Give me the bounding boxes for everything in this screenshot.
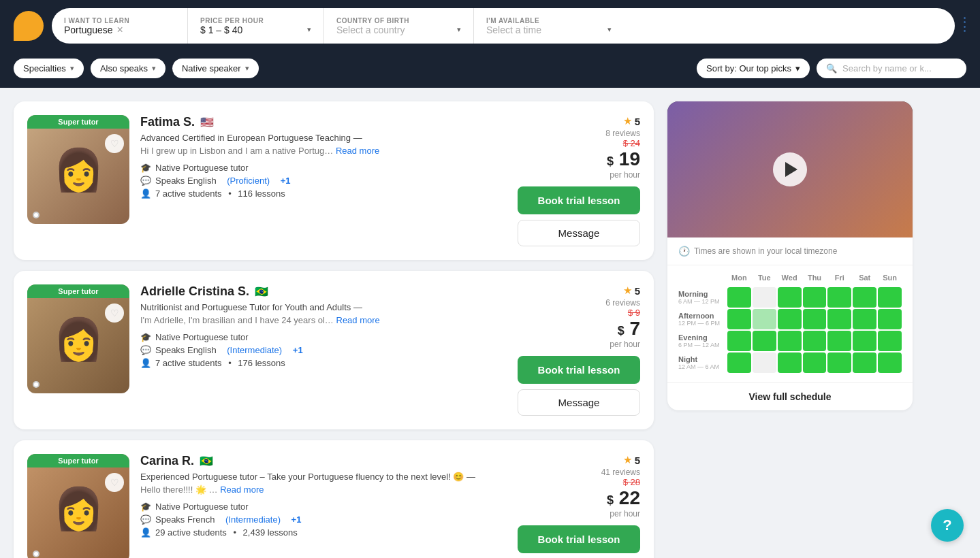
afternoon-label: Afternoon 12 PM — 6 PM (678, 309, 726, 329)
sched-cell[interactable] (878, 352, 902, 373)
sched-cell[interactable] (727, 287, 751, 308)
book-trial-btn[interactable]: Book trial lesson (518, 356, 640, 384)
clear-learn-btn[interactable]: × (117, 24, 123, 35)
sched-cell[interactable] (803, 309, 827, 329)
sched-cell[interactable] (803, 352, 827, 373)
star-icon: ★ (623, 284, 632, 297)
tutor-list: 👩 Super tutor ♡ Fatima S. 🇺🇸 Advanced Ce… (14, 101, 654, 558)
search-pill[interactable]: 🔍 Search by name or k... (817, 59, 966, 78)
native-speaker-arrow: ▾ (245, 64, 249, 73)
specialties-pill[interactable]: Specialties ▾ (14, 59, 84, 78)
view-schedule-btn[interactable]: View full schedule (667, 382, 913, 410)
price-section: ★ 5 6 reviews $ 9 $ 7 per hour (605, 284, 640, 349)
heart-btn[interactable]: ♡ (105, 473, 124, 492)
tutor-headline: Experienced Portuguese tutor – Take your… (140, 471, 507, 483)
sched-cell[interactable] (727, 331, 751, 351)
play-button[interactable] (773, 152, 807, 186)
sched-cell[interactable] (778, 331, 802, 351)
tutor-photo: 👩 (27, 115, 129, 224)
available-dropdown-arrow: ▾ (607, 25, 612, 34)
country-dropdown-arrow: ▾ (457, 25, 461, 34)
speech-icon: 💬 (140, 345, 151, 355)
price-section: ★ 5 41 reviews $ 28 $ 22 per hour (601, 454, 640, 519)
video-preview[interactable] (667, 101, 913, 237)
native-tag: 🎓 Native Portuguese tutor (140, 163, 507, 173)
sched-cell[interactable] (853, 287, 876, 308)
country-filter[interactable]: COUNTRY OF BIRTH Select a country ▾ (324, 8, 474, 44)
sched-cell[interactable] (778, 287, 802, 308)
sched-cell[interactable] (878, 287, 902, 308)
sched-cell[interactable] (727, 352, 751, 373)
clock-icon: 🕐 (678, 246, 690, 257)
book-trial-btn[interactable]: Book trial lesson (518, 186, 640, 214)
sched-cell[interactable] (727, 309, 751, 329)
sched-cell[interactable] (853, 309, 876, 329)
sort-pill[interactable]: Sort by: Our top picks ▾ (697, 59, 810, 78)
sched-cell[interactable] (853, 331, 876, 351)
tutor-actions: ★ 5 8 reviews $ 24 $ 19 per hour Book tr… (518, 115, 640, 246)
day-wed: Wed (778, 274, 802, 284)
heart-btn[interactable]: ♡ (105, 303, 124, 323)
star-row: ★ 5 (605, 284, 640, 297)
super-tutor-badge: Super tutor (27, 284, 129, 298)
message-btn[interactable]: Message (518, 220, 640, 246)
tutor-avatar: 👩 (27, 115, 129, 224)
tutor-flag: 🇧🇷 (200, 455, 213, 467)
reviews-count: 6 reviews (605, 298, 640, 308)
also-speaks-pill[interactable]: Also speaks ▾ (91, 59, 165, 78)
price-old: $ 9 (605, 308, 640, 318)
read-more-btn[interactable]: Read more (336, 146, 379, 156)
book-trial-btn[interactable]: Book trial lesson (518, 525, 640, 553)
sched-cell[interactable] (753, 309, 776, 329)
available-filter[interactable]: I'M AVAILABLE Select a time ▾ (474, 8, 624, 44)
students-icon: 👤 (140, 527, 151, 538)
afternoon-row: Afternoon 12 PM — 6 PM (678, 309, 902, 329)
tutor-photo: 👩 (27, 454, 129, 558)
sched-cell[interactable] (827, 352, 851, 373)
sched-cell[interactable] (853, 352, 876, 373)
read-more-btn[interactable]: Read more (220, 485, 264, 495)
speech-icon: 💬 (140, 176, 151, 186)
logo (14, 11, 44, 41)
sched-cell[interactable] (803, 331, 827, 351)
sched-cell[interactable] (878, 309, 902, 329)
search-icon: 🔍 (826, 63, 837, 73)
top-bar: I WANT TO LEARN Portuguese × PRICE PER H… (0, 0, 980, 52)
sched-cell[interactable] (778, 309, 802, 329)
night-row: Night 12 AM — 6 AM (678, 352, 902, 373)
sched-cell[interactable] (827, 287, 851, 308)
sched-cell[interactable] (753, 331, 776, 351)
sched-cell[interactable] (753, 352, 776, 373)
available-value: Select a time ▾ (486, 24, 612, 35)
tutor-flag: 🇧🇷 (255, 285, 268, 298)
students-tag: 👤 29 active students • 2,439 lessons (140, 527, 507, 538)
help-button[interactable]: ? (931, 509, 964, 542)
sched-cell[interactable] (827, 309, 851, 329)
tutor-name: Carina R. (140, 454, 194, 468)
sched-cell[interactable] (827, 331, 851, 351)
price-label: PRICE PER HOUR (200, 17, 311, 24)
sched-cell[interactable] (878, 331, 902, 351)
super-tutor-badge: Super tutor (27, 454, 129, 467)
message-btn[interactable]: Message (518, 389, 640, 416)
tutor-photo-wrap: 👩 Super tutor ♡ (27, 284, 129, 393)
read-more-btn[interactable]: Read more (336, 315, 380, 325)
tutor-photo-wrap: 👩 Super tutor ♡ (27, 115, 129, 224)
tutor-bio: I'm Adrielle, I'm brasilian and I have 2… (140, 315, 507, 325)
learn-filter[interactable]: I WANT TO LEARN Portuguese × (52, 8, 188, 44)
sort-arrow: ▾ (795, 63, 800, 73)
price-filter[interactable]: PRICE PER HOUR $ 1 – $ 40 ▾ (188, 8, 324, 44)
heart-btn[interactable]: ♡ (105, 134, 124, 153)
sched-cell[interactable] (803, 287, 827, 308)
tutor-info: Carina R. 🇧🇷 Experienced Portuguese tuto… (140, 454, 507, 558)
learn-label: I WANT TO LEARN (64, 17, 175, 24)
sched-cell[interactable] (753, 287, 776, 308)
learn-value: Portuguese × (64, 24, 175, 35)
tutor-name-row: Fatima S. 🇺🇸 (140, 115, 507, 129)
native-speaker-pill[interactable]: Native speaker ▾ (172, 59, 259, 78)
graduation-icon: 🎓 (140, 332, 151, 342)
online-dot (33, 381, 39, 388)
country-value: Select a country ▾ (336, 24, 461, 35)
tutor-bio: Hello there!!!! 🌟 … Read more (140, 485, 507, 495)
sched-cell[interactable] (778, 352, 802, 373)
